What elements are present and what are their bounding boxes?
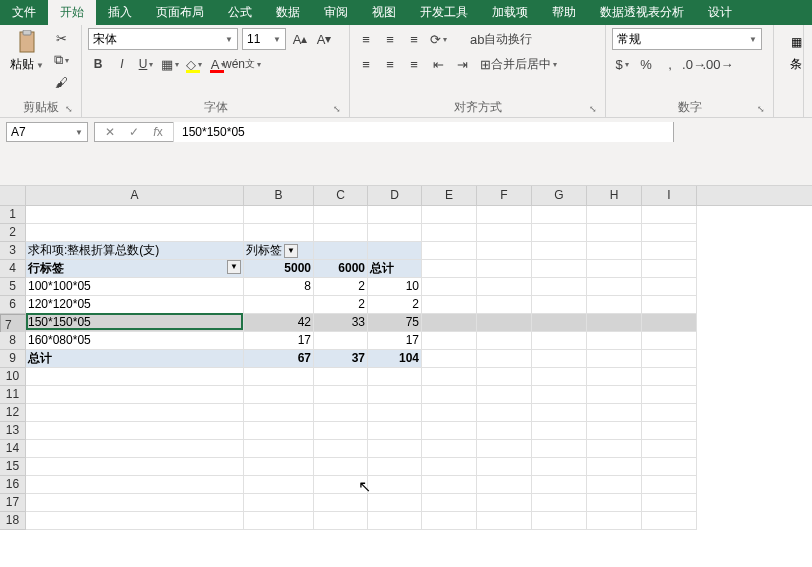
formula-bar[interactable]: 150*150*05 bbox=[173, 122, 673, 142]
cell[interactable] bbox=[422, 332, 477, 350]
cell[interactable] bbox=[477, 458, 532, 476]
cell[interactable] bbox=[314, 386, 368, 404]
decrease-decimal-button[interactable]: .00→ bbox=[708, 54, 728, 74]
cell[interactable] bbox=[314, 476, 368, 494]
cell[interactable] bbox=[26, 440, 244, 458]
number-format-select[interactable]: 常规▼ bbox=[612, 28, 762, 50]
cell[interactable] bbox=[532, 224, 587, 242]
cell[interactable] bbox=[532, 332, 587, 350]
menu-tab[interactable]: 页面布局 bbox=[144, 0, 216, 25]
cell[interactable] bbox=[368, 206, 422, 224]
merge-center-button[interactable]: ⊞ 合并后居中▾ bbox=[476, 54, 561, 74]
cell[interactable]: 42 bbox=[244, 314, 314, 332]
menu-tab[interactable]: 数据 bbox=[264, 0, 312, 25]
cell[interactable] bbox=[642, 404, 697, 422]
indent-increase-button[interactable]: ⇥ bbox=[452, 54, 472, 74]
cell[interactable] bbox=[477, 422, 532, 440]
cell[interactable] bbox=[422, 422, 477, 440]
cell[interactable] bbox=[368, 440, 422, 458]
cell[interactable] bbox=[368, 242, 422, 260]
column-header[interactable]: C bbox=[314, 186, 368, 205]
cell[interactable] bbox=[587, 332, 642, 350]
cell[interactable] bbox=[532, 476, 587, 494]
cell[interactable] bbox=[422, 368, 477, 386]
cell[interactable] bbox=[642, 332, 697, 350]
cell[interactable] bbox=[587, 242, 642, 260]
row-header[interactable]: 6 bbox=[0, 296, 26, 314]
cell[interactable] bbox=[587, 494, 642, 512]
cell[interactable] bbox=[532, 296, 587, 314]
conditional-format-button[interactable]: ▦条 bbox=[780, 28, 812, 75]
cell[interactable]: 2 bbox=[314, 296, 368, 314]
menu-tab[interactable]: 公式 bbox=[216, 0, 264, 25]
row-header[interactable]: 15 bbox=[0, 458, 26, 476]
cell[interactable] bbox=[244, 476, 314, 494]
cell[interactable] bbox=[422, 242, 477, 260]
cell[interactable]: 67 bbox=[244, 350, 314, 368]
cell[interactable] bbox=[368, 494, 422, 512]
cell[interactable] bbox=[477, 476, 532, 494]
align-left-button[interactable]: ≡ bbox=[356, 54, 376, 74]
cell[interactable] bbox=[422, 206, 477, 224]
cell[interactable] bbox=[587, 224, 642, 242]
cell[interactable] bbox=[368, 224, 422, 242]
italic-button[interactable]: I bbox=[112, 54, 132, 74]
cell[interactable] bbox=[26, 368, 244, 386]
align-center-button[interactable]: ≡ bbox=[380, 54, 400, 74]
fill-color-button[interactable]: ◇▾ bbox=[184, 54, 204, 74]
cell[interactable] bbox=[244, 296, 314, 314]
cell[interactable] bbox=[422, 404, 477, 422]
cell[interactable] bbox=[26, 386, 244, 404]
cell[interactable] bbox=[587, 206, 642, 224]
cell[interactable] bbox=[244, 440, 314, 458]
align-top-button[interactable]: ≡ bbox=[356, 29, 376, 49]
cell[interactable] bbox=[314, 422, 368, 440]
cell[interactable] bbox=[422, 260, 477, 278]
cell[interactable] bbox=[26, 224, 244, 242]
cell[interactable] bbox=[26, 494, 244, 512]
comma-format-button[interactable]: , bbox=[660, 54, 680, 74]
align-middle-button[interactable]: ≡ bbox=[380, 29, 400, 49]
cell[interactable]: 100*100*05 bbox=[26, 278, 244, 296]
row-header[interactable]: 14 bbox=[0, 440, 26, 458]
cell[interactable]: 8 bbox=[244, 278, 314, 296]
increase-decimal-button[interactable]: .0→ bbox=[684, 54, 704, 74]
cell[interactable] bbox=[368, 404, 422, 422]
phonetic-button[interactable]: wén文▾ bbox=[232, 54, 252, 74]
dropdown-icon[interactable]: ▼ bbox=[227, 260, 241, 274]
row-header[interactable]: 17 bbox=[0, 494, 26, 512]
menu-tab[interactable]: 帮助 bbox=[540, 0, 588, 25]
menu-tab[interactable]: 开发工具 bbox=[408, 0, 480, 25]
cell[interactable] bbox=[314, 368, 368, 386]
cell[interactable] bbox=[642, 458, 697, 476]
cell[interactable] bbox=[422, 278, 477, 296]
row-header[interactable]: 3 bbox=[0, 242, 26, 260]
cell[interactable] bbox=[477, 494, 532, 512]
orientation-button[interactable]: ⟳▾ bbox=[428, 29, 448, 49]
cell[interactable] bbox=[642, 350, 697, 368]
cell[interactable] bbox=[587, 296, 642, 314]
cell[interactable]: 求和项:整根折算总数(支) bbox=[26, 242, 244, 260]
cell[interactable] bbox=[642, 440, 697, 458]
cell[interactable] bbox=[642, 206, 697, 224]
cell[interactable] bbox=[368, 368, 422, 386]
cell[interactable] bbox=[422, 512, 477, 530]
cell[interactable]: 150*150*05 bbox=[26, 314, 244, 332]
cell[interactable] bbox=[642, 224, 697, 242]
cell[interactable] bbox=[587, 314, 642, 332]
cell[interactable] bbox=[587, 422, 642, 440]
cancel-formula-button[interactable]: ✕ bbox=[101, 123, 119, 141]
cell[interactable] bbox=[477, 296, 532, 314]
cell[interactable] bbox=[532, 350, 587, 368]
cell[interactable]: 2 bbox=[368, 296, 422, 314]
spreadsheet-grid[interactable]: ABCDEFGHI 123求和项:整根折算总数(支)列标签▼4行标签▼50006… bbox=[0, 186, 812, 530]
cell[interactable] bbox=[587, 260, 642, 278]
cell[interactable] bbox=[587, 458, 642, 476]
cell[interactable] bbox=[587, 386, 642, 404]
cell[interactable] bbox=[532, 260, 587, 278]
copy-button[interactable]: ⧉▾ bbox=[52, 50, 72, 70]
menu-tab[interactable]: 文件 bbox=[0, 0, 48, 25]
cell[interactable] bbox=[368, 512, 422, 530]
format-painter-button[interactable]: 🖌 bbox=[52, 72, 72, 92]
cell[interactable] bbox=[244, 404, 314, 422]
